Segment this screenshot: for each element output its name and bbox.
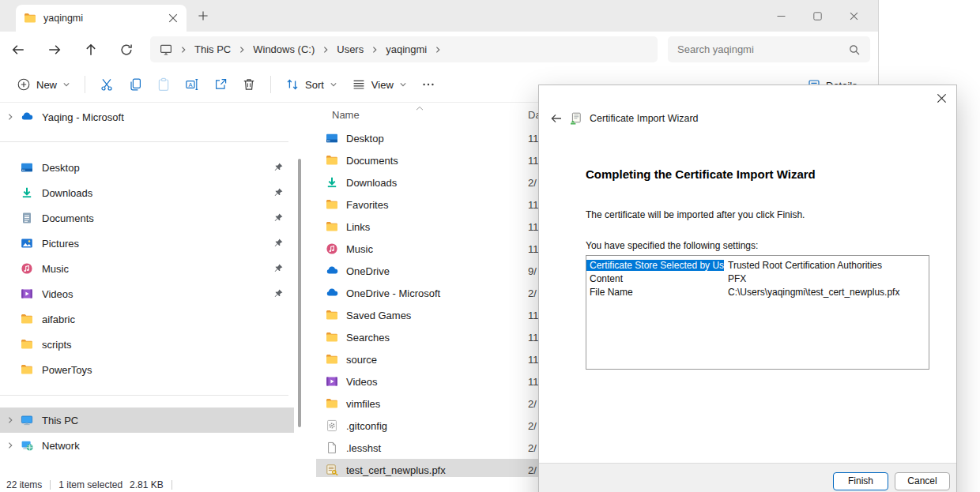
sidebar-item-label: Documents <box>42 212 94 224</box>
this-pc-icon <box>160 43 172 56</box>
breadcrumb-item[interactable]: This PC <box>194 43 231 55</box>
settings-row[interactable]: File Name C:\Users\yaqingmi\test_cert_ne… <box>586 285 929 299</box>
search-box <box>668 36 870 62</box>
chevron-right-icon[interactable] <box>6 441 14 449</box>
sort-button[interactable]: Sort <box>278 71 345 98</box>
sidebar-item[interactable]: aifabric <box>0 306 294 332</box>
file-name: OneDrive - Microsoft <box>346 287 440 299</box>
settings-table: Certificate Store Selected by User Trust… <box>586 255 929 370</box>
sidebar-item[interactable]: Documents <box>0 205 294 231</box>
cut-button[interactable] <box>92 71 121 98</box>
maximize-button[interactable] <box>799 0 835 32</box>
sidebar-item[interactable]: Pictures <box>0 231 294 256</box>
settings-row[interactable]: Content PFX <box>586 272 929 285</box>
new-tab-button[interactable] <box>198 10 209 21</box>
sidebar-item[interactable]: Music <box>0 256 294 281</box>
cert-icon <box>326 464 338 476</box>
music-icon <box>21 262 33 275</box>
sidebar-item-label: This PC <box>42 415 78 426</box>
file-name: Links <box>346 221 370 233</box>
finish-button[interactable]: Finish <box>833 472 888 490</box>
folder-icon <box>21 363 33 376</box>
dialog-footer: Finish Cancel <box>539 463 956 492</box>
network-icon <box>21 439 33 452</box>
chevron-right-icon <box>434 46 442 54</box>
file-name: source <box>346 354 377 366</box>
window-close-button[interactable] <box>835 0 872 32</box>
wizard-info-text: The certificate will be imported after y… <box>586 209 805 220</box>
sidebar-item[interactable]: Desktop <box>0 155 294 180</box>
sidebar-item[interactable]: PowerToys <box>0 357 294 382</box>
column-header-name[interactable]: Name <box>332 109 360 121</box>
sidebar-item[interactable]: scripts <box>0 332 294 357</box>
chevron-down-icon <box>62 81 70 88</box>
delete-button[interactable] <box>235 71 263 98</box>
breadcrumb-item[interactable]: yaqingmi <box>386 43 427 55</box>
sidebar-item-label: Downloads <box>42 187 92 199</box>
back-button[interactable] <box>11 43 25 57</box>
file-name: Videos <box>346 376 378 388</box>
cancel-button[interactable]: Cancel <box>895 472 950 490</box>
settings-row[interactable]: Certificate Store Selected by User Trust… <box>586 258 929 272</box>
setting-value: PFX <box>724 273 746 284</box>
desktop-icon <box>326 132 338 145</box>
folder-icon <box>326 309 338 321</box>
rename-button[interactable]: A <box>178 71 206 98</box>
videos-icon <box>326 375 338 388</box>
selection-count: 1 item selected <box>58 479 122 490</box>
search-icon <box>848 43 861 56</box>
folder-icon <box>326 397 338 410</box>
sidebar-item-label: Desktop <box>42 162 80 174</box>
sidebar-item-network[interactable]: Network <box>0 433 294 458</box>
pin-icon <box>273 162 284 173</box>
status-divider <box>50 480 51 490</box>
minimize-icon <box>776 11 786 21</box>
breadcrumb-item[interactable]: Users <box>337 43 364 55</box>
setting-key: Content <box>586 273 724 284</box>
paste-button[interactable] <box>149 71 178 98</box>
dialog-header: Certificate Import Wizard <box>550 112 699 125</box>
chevron-right-icon <box>371 46 379 54</box>
breadcrumb: This PC Windows (C:) Users yaqingmi <box>150 36 658 62</box>
downloads-icon <box>326 176 338 189</box>
status-divider <box>172 480 172 490</box>
sidebar-item-onedrive[interactable]: Yaqing - Microsoft <box>0 104 294 130</box>
toolbar-divider <box>85 76 85 93</box>
file-name: OneDrive <box>346 265 390 277</box>
new-icon <box>17 77 31 92</box>
new-button-label: New <box>36 79 57 91</box>
copy-button[interactable] <box>121 71 149 98</box>
refresh-button[interactable] <box>119 43 134 57</box>
maximize-icon <box>812 11 823 21</box>
explorer-tab[interactable]: yaqingmi <box>16 5 187 32</box>
folder-icon <box>326 198 338 211</box>
minimize-button[interactable] <box>763 0 799 32</box>
chevron-right-icon[interactable] <box>6 113 14 121</box>
svg-text:A: A <box>188 81 192 88</box>
search-input[interactable] <box>677 43 842 55</box>
file-name: Desktop <box>346 133 384 145</box>
share-button[interactable] <box>206 71 235 98</box>
sort-ascending-icon <box>416 104 424 112</box>
chevron-right-icon[interactable] <box>6 416 14 424</box>
sidebar-item[interactable]: Downloads <box>0 180 294 205</box>
dialog-close-button[interactable] <box>936 92 948 104</box>
dialog-back-button[interactable] <box>550 112 563 125</box>
folder-icon <box>21 338 33 351</box>
sidebar-item[interactable]: Videos <box>0 281 294 306</box>
more-options-button[interactable] <box>414 71 443 98</box>
sort-icon <box>285 77 300 92</box>
forward-button[interactable] <box>47 43 62 57</box>
tab-close-icon[interactable] <box>168 13 179 24</box>
view-button[interactable]: View <box>345 71 414 98</box>
breadcrumb-item[interactable]: Windows (C:) <box>253 43 315 55</box>
sidebar-item-this-pc[interactable]: This PC <box>0 407 294 433</box>
new-button[interactable]: New <box>9 71 77 98</box>
file-name: Favorites <box>346 199 388 211</box>
gearfile-icon <box>326 419 338 432</box>
settings-caption: You have specified the following setting… <box>586 240 758 251</box>
up-button[interactable] <box>84 43 98 57</box>
sidebar-scrollbar[interactable] <box>298 159 301 427</box>
dialog-title: Certificate Import Wizard <box>590 113 699 124</box>
sidebar-divider <box>0 395 288 396</box>
